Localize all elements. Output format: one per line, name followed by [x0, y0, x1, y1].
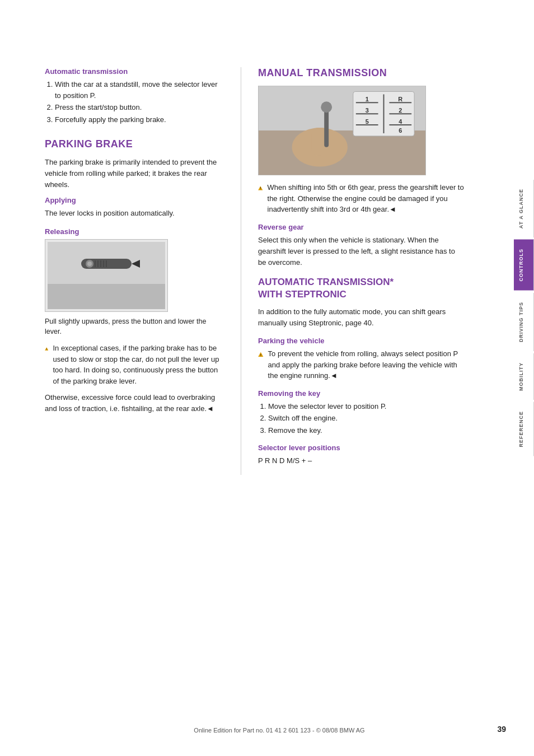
auto-transmission-heading: Automatic transmission — [45, 67, 224, 76]
warning-icon-manual: ! — [258, 182, 263, 194]
footer-text: Online Edition for Part no. 01 41 2 601 … — [194, 727, 364, 734]
svg-text:6: 6 — [399, 127, 402, 134]
step-3: Forcefully apply the parking brake. — [55, 114, 224, 125]
sidebar-tab-controls[interactable]: CONTROLS — [514, 240, 534, 291]
footer: Online Edition for Part no. 01 41 2 601 … — [45, 727, 514, 734]
removing-key-heading: Removing the key — [258, 389, 465, 398]
selector-lever-section: Selector lever positions P R N D M/S + – — [258, 444, 465, 466]
parking-vehicle-warning: ! To prevent the vehicle from rolling, a… — [258, 348, 465, 381]
remove-step-1: Move the selector lever to position P. — [268, 401, 465, 412]
svg-text:4: 4 — [399, 118, 402, 125]
sidebar-tab-at-a-glance[interactable]: AT A GLANCE — [514, 180, 534, 237]
two-column-layout: Automatic transmission With the car at a… — [45, 67, 465, 475]
releasing-caption: Pull slightly upwards, press the button … — [45, 316, 224, 338]
parking-image-svg — [48, 242, 165, 309]
svg-text:!: ! — [260, 353, 261, 357]
parking-vehicle-section: Parking the vehicle ! To prevent the veh… — [258, 337, 465, 381]
warning-text-2: Otherwise, excessive force could lead to… — [45, 392, 224, 414]
page: Automatic transmission With the car at a… — [0, 0, 534, 756]
manual-warning-box: ! When shifting into 5th or 6th gear, pr… — [258, 182, 465, 215]
removing-key-steps: Move the selector lever to position P. S… — [258, 401, 465, 436]
parking-vehicle-warning-text: To prevent the vehicle from rolling, alw… — [268, 348, 465, 381]
left-column: Automatic transmission With the car at a… — [45, 67, 224, 475]
releasing-section: Releasing — [45, 227, 224, 415]
manual-transmission-heading: MANUAL TRANSMISSION — [258, 67, 465, 79]
svg-point-5 — [87, 262, 92, 266]
manual-warning-text: When shifting into 5th or 6th gear, pres… — [268, 182, 465, 215]
applying-heading: Applying — [45, 196, 224, 204]
svg-text:2: 2 — [399, 107, 402, 114]
main-content: Automatic transmission With the car at a… — [0, 0, 487, 756]
releasing-heading: Releasing — [45, 227, 224, 236]
applying-section: Applying The lever locks in position aut… — [45, 196, 224, 219]
sidebar-tab-mobility[interactable]: MOBILITY — [514, 353, 534, 400]
selector-lever-heading: Selector lever positions — [258, 444, 465, 452]
applying-text: The lever locks in position automaticall… — [45, 208, 224, 219]
parking-vehicle-heading: Parking the vehicle — [258, 337, 465, 345]
sidebar-tab-reference[interactable]: REFERENCE — [514, 402, 534, 456]
svg-text:R: R — [398, 96, 402, 102]
svg-rect-32 — [324, 108, 329, 147]
auto-steptronic-intro: In addition to the fully automatic mode,… — [258, 306, 465, 329]
page-number: 39 — [497, 725, 506, 734]
parking-brake-image — [45, 239, 168, 312]
remove-step-2: Switch off the engine. — [268, 413, 465, 424]
parking-brake-intro: The parking brake is primarily intended … — [45, 157, 224, 190]
step-1: With the car at a standstill, move the s… — [55, 79, 224, 101]
selector-lever-positions: P R N D M/S + – — [258, 455, 465, 466]
auto-steptronic-heading: AUTOMATIC TRANSMISSION* WITH STEPTRONIC — [258, 276, 465, 301]
parking-brake-section: PARKING BRAKE The parking brake is prima… — [45, 138, 224, 414]
auto-transmission-section: Automatic transmission With the car at a… — [45, 67, 224, 125]
svg-rect-1 — [48, 284, 165, 309]
reverse-gear-heading: Reverse gear — [258, 223, 465, 231]
warning-icon-parking: ! — [258, 348, 264, 361]
manual-transmission-section: MANUAL TRANSMISSION — [258, 67, 465, 215]
gear-svg: 1 3 5 R 2 4 6 — [259, 86, 425, 175]
auto-transmission-steps: With the car at a standstill, move the s… — [45, 79, 224, 125]
removing-key-section: Removing the key Move the selector lever… — [258, 389, 465, 436]
sidebar-tab-driving-tips[interactable]: DRIVING TIPS — [514, 293, 534, 351]
svg-text:3: 3 — [366, 107, 369, 114]
reverse-gear-text: Select this only when the vehicle is sta… — [258, 235, 465, 268]
sidebar: AT A GLANCE CONTROLS DRIVING TIPS MOBILI… — [514, 0, 534, 756]
svg-text:!: ! — [46, 348, 47, 351]
step-2: Press the start/stop button. — [55, 102, 224, 113]
gear-shift-image: 1 3 5 R 2 4 6 — [258, 86, 426, 175]
right-column: MANUAL TRANSMISSION — [258, 67, 465, 475]
svg-text:5: 5 — [366, 118, 369, 125]
parking-brake-heading: PARKING BRAKE — [45, 138, 224, 150]
reverse-gear-section: Reverse gear Select this only when the v… — [258, 223, 465, 268]
warning-text-1: In exceptional cases, if the parking bra… — [53, 343, 224, 386]
warning-icon-1: ! — [45, 343, 48, 355]
remove-step-3: Remove the key. — [268, 425, 465, 436]
svg-text:1: 1 — [366, 96, 369, 102]
warning-box-1: ! In exceptional cases, if the parking b… — [45, 343, 224, 386]
column-divider — [241, 67, 241, 475]
svg-point-33 — [321, 101, 332, 113]
auto-steptronic-section: AUTOMATIC TRANSMISSION* WITH STEPTRONIC … — [258, 276, 465, 329]
